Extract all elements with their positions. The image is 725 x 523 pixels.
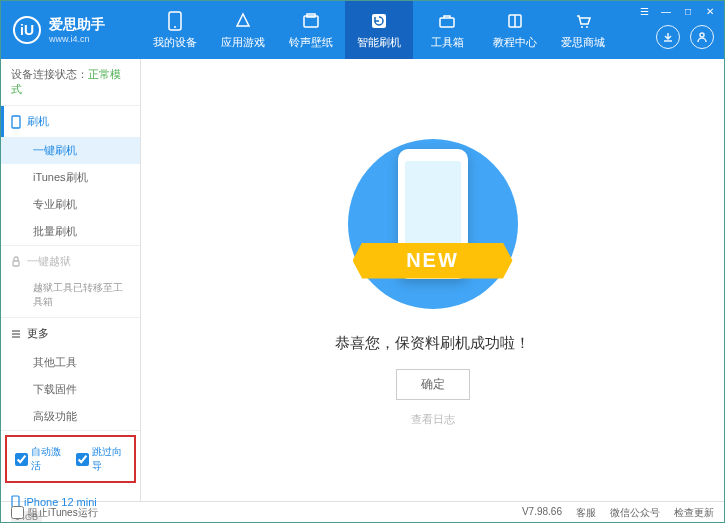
checkbox-label: 自动激活 xyxy=(31,445,66,473)
maximize-icon[interactable]: □ xyxy=(680,5,696,17)
nav-ringtones[interactable]: 铃声壁纸 xyxy=(277,1,345,59)
sidebar: 设备连接状态：正常模式 刷机 一键刷机 iTunes刷机 专业刷机 批量刷机 一… xyxy=(1,59,141,501)
window-controls: ☰ — □ ✕ xyxy=(636,5,718,17)
jailbreak-note: 越狱工具已转移至工具箱 xyxy=(1,277,140,317)
svg-point-10 xyxy=(700,33,704,37)
nav-label: 智能刷机 xyxy=(357,35,401,50)
svg-point-9 xyxy=(586,26,588,28)
phone-icon xyxy=(11,115,21,129)
menu-icon xyxy=(11,329,21,339)
success-illustration: NEW xyxy=(343,134,523,314)
section-title: 一键越狱 xyxy=(27,254,71,269)
new-badge: NEW xyxy=(353,243,513,279)
sidebar-item-itunes[interactable]: iTunes刷机 xyxy=(1,164,140,191)
nav-label: 工具箱 xyxy=(431,35,464,50)
svg-rect-5 xyxy=(440,18,454,27)
logo-icon: iU xyxy=(13,16,41,44)
checkbox-auto-activate[interactable]: 自动激活 xyxy=(15,445,66,473)
sidebar-item-batch[interactable]: 批量刷机 xyxy=(1,218,140,245)
app-name: 爱思助手 xyxy=(49,16,105,34)
svg-rect-12 xyxy=(13,261,19,266)
sidebar-item-oneclick[interactable]: 一键刷机 xyxy=(1,137,140,164)
update-link[interactable]: 检查更新 xyxy=(674,506,714,520)
refresh-icon xyxy=(369,11,389,31)
sidebar-flash-header[interactable]: 刷机 xyxy=(1,106,140,137)
nav-my-device[interactable]: 我的设备 xyxy=(141,1,209,59)
sidebar-item-pro[interactable]: 专业刷机 xyxy=(1,191,140,218)
book-icon xyxy=(505,11,525,31)
nav-label: 应用游戏 xyxy=(221,35,265,50)
status-label: 设备连接状态： xyxy=(11,68,88,80)
menu-icon[interactable]: ☰ xyxy=(636,5,652,17)
sidebar-item-firmware[interactable]: 下载固件 xyxy=(1,376,140,403)
nav-flash[interactable]: 智能刷机 xyxy=(345,1,413,59)
sidebar-item-other[interactable]: 其他工具 xyxy=(1,349,140,376)
nav-tutorials[interactable]: 教程中心 xyxy=(481,1,549,59)
close-icon[interactable]: ✕ xyxy=(702,5,718,17)
view-log-link[interactable]: 查看日志 xyxy=(411,412,455,427)
confirm-button[interactable]: 确定 xyxy=(396,369,470,400)
apps-icon xyxy=(233,11,253,31)
header-actions xyxy=(656,25,714,49)
download-icon[interactable] xyxy=(656,25,680,49)
svg-point-1 xyxy=(174,26,176,28)
toolbox-icon xyxy=(437,11,457,31)
nav-label: 教程中心 xyxy=(493,35,537,50)
checkbox-group: 自动激活 跳过向导 xyxy=(5,435,136,483)
checkbox-skip-guide[interactable]: 跳过向导 xyxy=(76,445,127,473)
nav-tabs: 我的设备 应用游戏 铃声壁纸 智能刷机 工具箱 教程中心 爱思商城 xyxy=(141,1,617,59)
logo-area: iU 爱思助手 www.i4.cn xyxy=(1,16,141,44)
nav-store[interactable]: 爱思商城 xyxy=(549,1,617,59)
section-title: 更多 xyxy=(27,326,49,341)
app-header: iU 爱思助手 www.i4.cn 我的设备 应用游戏 铃声壁纸 智能刷机 工具… xyxy=(1,1,724,59)
checkbox-label: 跳过向导 xyxy=(92,445,127,473)
version-label: V7.98.66 xyxy=(522,506,562,520)
svg-point-8 xyxy=(581,26,583,28)
section-title: 刷机 xyxy=(27,114,49,129)
minimize-icon[interactable]: — xyxy=(658,5,674,17)
lock-icon xyxy=(11,256,21,268)
main-content: NEW 恭喜您，保资料刷机成功啦！ 确定 查看日志 xyxy=(141,59,724,501)
nav-apps[interactable]: 应用游戏 xyxy=(209,1,277,59)
user-icon[interactable] xyxy=(690,25,714,49)
success-message: 恭喜您，保资料刷机成功啦！ xyxy=(335,334,530,353)
sidebar-more-header[interactable]: 更多 xyxy=(1,318,140,349)
phone-icon xyxy=(165,11,185,31)
wechat-link[interactable]: 微信公众号 xyxy=(610,506,660,520)
nav-label: 我的设备 xyxy=(153,35,197,50)
service-link[interactable]: 客服 xyxy=(576,506,596,520)
checkbox-label: 阻止iTunes运行 xyxy=(28,506,98,520)
folder-icon xyxy=(301,11,321,31)
sidebar-item-advanced[interactable]: 高级功能 xyxy=(1,403,140,430)
cart-icon xyxy=(573,11,593,31)
svg-rect-11 xyxy=(12,116,20,128)
sidebar-jailbreak-header[interactable]: 一键越狱 xyxy=(1,246,140,277)
block-itunes-checkbox[interactable]: 阻止iTunes运行 xyxy=(11,506,98,520)
nav-toolbox[interactable]: 工具箱 xyxy=(413,1,481,59)
nav-label: 铃声壁纸 xyxy=(289,35,333,50)
app-url: www.i4.cn xyxy=(49,34,105,44)
connection-status: 设备连接状态：正常模式 xyxy=(1,59,140,106)
nav-label: 爱思商城 xyxy=(561,35,605,50)
